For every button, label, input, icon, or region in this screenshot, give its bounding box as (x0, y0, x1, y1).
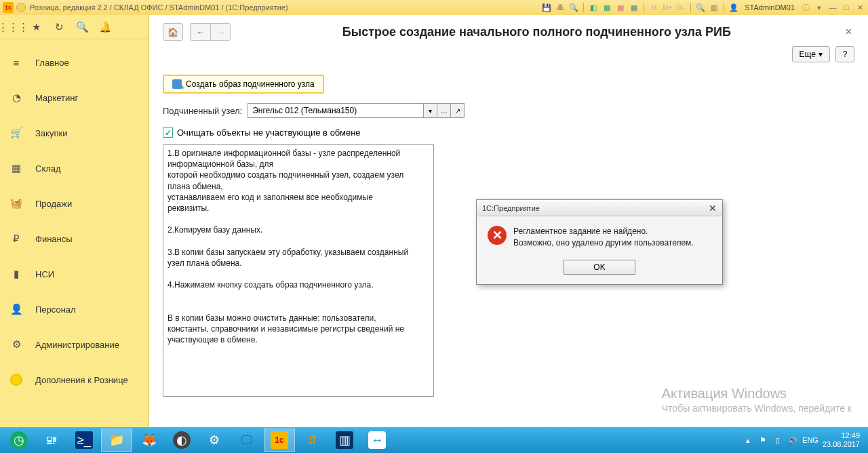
taskbar-app3[interactable]: 🖵 (231, 429, 262, 452)
sidebar-item-purchases[interactable]: 🛒Закупки (0, 115, 149, 151)
taskbar-1c[interactable]: 1c (264, 429, 295, 452)
sidebar-item-admin[interactable]: ⚙Администрирование (0, 327, 149, 362)
sidebar-item-addons[interactable]: Дополнения к Рознице (0, 362, 149, 397)
cleanup-label: Очищать объекты не участвующие в обмене (177, 127, 361, 138)
sidebar-item-marketing[interactable]: ◔Маркетинг (0, 80, 149, 115)
error-dialog: 1С:Предприятие ✕ ✕ Регламентное задание … (476, 199, 723, 285)
tray-flag-icon[interactable]: ⚑ (757, 435, 768, 446)
memory-m[interactable]: M (648, 2, 659, 13)
taskbar: ◷ 🖳 ≥_ 📁 🦊 ◐ ⚙ 🖵 1c ⇵ ▥ ↔ ▴ ⚑ ▯ 🔊 ENG 12… (0, 427, 868, 453)
boxes-icon: ▦ (9, 161, 23, 175)
zoom-icon[interactable]: 🔍 (695, 2, 706, 13)
star-icon[interactable]: ★ (28, 20, 43, 35)
titlebar: 1c Розница, редакция 2.2 / СКЛАД ОФИС / … (0, 0, 868, 15)
sidebar-item-label: Продажи (35, 199, 72, 209)
minimize-icon[interactable]: — (827, 2, 838, 13)
taskbar-app2[interactable]: ⚙ (199, 429, 230, 452)
instructions-text[interactable]: 1.В оригинале информационной базы - узле… (163, 144, 434, 397)
folder-icon: ▮ (9, 267, 23, 281)
taskbar-firefox[interactable]: 🦊 (134, 429, 165, 452)
close-page-button[interactable]: × (843, 23, 854, 41)
watermark-sub: Чтобы активировать Windows, перейдите к (662, 403, 852, 414)
sidebar-item-sales[interactable]: 🧺Продажи (0, 186, 149, 221)
bell-icon[interactable]: 🔔 (98, 20, 113, 35)
tray-clock[interactable]: 12:49 23.08.2017 (823, 431, 860, 449)
sidebar-item-personnel[interactable]: 👤Персонал (0, 292, 149, 327)
ok-button[interactable]: OK (564, 260, 635, 275)
home-button[interactable]: 🏠 (163, 23, 183, 41)
tray-net-icon[interactable]: ▯ (772, 435, 783, 446)
preview-icon[interactable]: 🔍 (568, 2, 579, 13)
panels-icon[interactable]: ▥ (709, 2, 719, 13)
sidebar-item-label: Финансы (35, 234, 73, 244)
content-area: 🏠 ← → Быстрое создание начального полног… (149, 15, 868, 427)
menu-icon: ≡ (9, 56, 23, 69)
ruble-icon: ₽ (9, 232, 23, 245)
compare-icon[interactable]: ◧ (588, 2, 599, 13)
tray-vol-icon[interactable]: 🔊 (787, 435, 798, 446)
taskbar-powershell[interactable]: ≥_ (68, 429, 100, 452)
tray-up-icon[interactable]: ▴ (743, 435, 753, 446)
search-icon[interactable]: 🔍 (75, 20, 90, 35)
gear-icon: ⚙ (9, 338, 23, 351)
sidebar-item-label: Маркетинг (35, 93, 78, 103)
forward-button[interactable]: → (210, 23, 231, 41)
user-icon: 👤 (728, 2, 739, 13)
tray-lang[interactable]: ENG (802, 436, 818, 444)
calendar-icon[interactable]: ▦ (615, 2, 626, 13)
info-icon[interactable]: ⓘ (800, 2, 811, 13)
node-label: Подчиненный узел: (163, 106, 242, 116)
node-select-button[interactable]: … (437, 103, 451, 118)
dialog-line2: Возможно, оно удалено другим пользовател… (513, 237, 694, 249)
sidebar-item-label: Главное (35, 58, 69, 68)
person-icon: 👤 (9, 302, 23, 316)
taskbar-app1[interactable]: ◐ (166, 429, 197, 452)
back-button[interactable]: ← (190, 23, 210, 41)
apps-icon[interactable]: ⋮⋮⋮ (5, 20, 20, 35)
more-button[interactable]: Еще▾ (792, 46, 830, 62)
error-icon: ✕ (488, 226, 507, 245)
taskbar-server[interactable]: 🖳 (36, 429, 67, 452)
memory-mplus[interactable]: M+ (662, 2, 673, 13)
save-icon[interactable]: 💾 (541, 2, 552, 13)
arc-icon (16, 3, 26, 12)
print-icon[interactable]: 🖶 (555, 2, 566, 13)
node-open-button[interactable]: ↗ (451, 103, 465, 118)
page-title: Быстрое создание начального полного подч… (237, 25, 836, 39)
calendar31-icon[interactable]: ▦ (629, 2, 639, 13)
sidebar-item-nsi[interactable]: ▮НСИ (0, 256, 149, 292)
sidebar-item-label: Закупки (35, 128, 67, 138)
sidebar: ⋮⋮⋮ ★ ↻ 🔍 🔔 ≡Главное ◔Маркетинг 🛒Закупки… (0, 15, 149, 427)
piechart-icon: ◔ (9, 91, 23, 104)
calc-icon[interactable]: ▦ (601, 2, 612, 13)
sidebar-item-main[interactable]: ≡Главное (0, 45, 149, 80)
taskbar-explorer[interactable]: 📁 (101, 429, 132, 452)
create-icon (172, 79, 182, 89)
sidebar-item-finance[interactable]: ₽Финансы (0, 221, 149, 256)
taskbar-start[interactable]: ◷ (3, 429, 35, 452)
node-dropdown-button[interactable]: ▾ (424, 103, 437, 118)
sidebar-item-label: Дополнения к Рознице (35, 375, 128, 385)
memory-mminus[interactable]: M- (675, 2, 686, 13)
maximize-icon[interactable]: □ (841, 2, 852, 13)
sidebar-item-warehouse[interactable]: ▦Склад (0, 151, 149, 186)
dialog-close-button[interactable]: ✕ (709, 203, 717, 214)
activation-watermark: Активация Windows Чтобы активировать Win… (662, 386, 852, 414)
close-icon[interactable]: ✕ (854, 2, 865, 13)
app-logo-icon: 1c (3, 2, 14, 13)
sidebar-item-label: Персонал (35, 304, 76, 315)
user-name: STAdminDM01 (742, 3, 797, 12)
taskbar-app5[interactable]: ▥ (329, 429, 360, 452)
create-button-label: Создать образ подчиненного узла (186, 79, 315, 89)
create-image-button[interactable]: Создать образ подчиненного узла (163, 75, 324, 94)
help-button[interactable]: ? (835, 46, 854, 62)
taskbar-app4[interactable]: ⇵ (296, 429, 328, 452)
cleanup-checkbox[interactable]: ✓ (163, 127, 173, 138)
chevron-down-icon: ▾ (818, 50, 823, 59)
sidebar-item-label: Склад (35, 163, 61, 174)
taskbar-teamviewer[interactable]: ↔ (361, 429, 393, 452)
dropdown-icon[interactable]: ▾ (814, 2, 825, 13)
history-icon[interactable]: ↻ (52, 20, 66, 35)
sidebar-item-label: Администрирование (35, 340, 119, 350)
node-input[interactable] (248, 103, 424, 118)
